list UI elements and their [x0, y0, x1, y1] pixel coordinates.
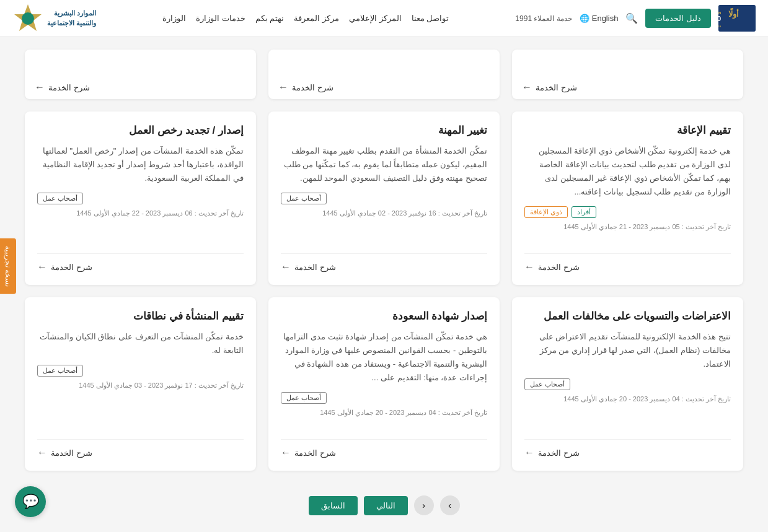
- nav-link-wizara[interactable]: الوزارة: [162, 14, 186, 23]
- navbar-right: الموارد البشرية والتنمية الاجتماعية: [12, 3, 96, 34]
- card-date-isdar-shahada: تاريخ آخر تحديث : 04 ديسمبر 2023 - 20 جم…: [281, 409, 487, 417]
- card-title-isdar-shahada: إصدار شهادة السعودة: [281, 310, 487, 323]
- card-tags-ietiradat: أصحاب عمل: [524, 378, 731, 390]
- navbar-left: VISION 2030 KINGDOM OF SAUDI ARABIA أولً…: [515, 4, 756, 32]
- card-ietiradat: الاعتراضات والتسويات على مخالفات العمل ت…: [512, 297, 743, 471]
- top-partial-cards-row: شرح الخدمة ← شرح الخدمة ← شرح الخدمة ←: [25, 50, 743, 99]
- nav-link-markazmaerifa[interactable]: مركز المعرفة: [294, 14, 339, 23]
- tag-employers-ietiradat: أصحاب عمل: [524, 378, 570, 390]
- customer-service-label: خدمة العملاء 1991: [515, 14, 572, 23]
- ministry-logo-icon: [12, 3, 43, 34]
- card-footer-ietiradat[interactable]: شرح الخدمة ←: [524, 439, 731, 458]
- nav-links: تواصل معنا المركز الإعلامي مركز المعرفة …: [96, 14, 515, 23]
- card-isdar-shahada: إصدار شهادة السعودة هي خدمة تمكّن المنشآ…: [268, 297, 500, 471]
- card-isdar-rukhas: إصدار / تجديد رخص العمل تمكّن هذه الخدمة…: [25, 111, 256, 285]
- partial-card-3: شرح الخدمة ←: [25, 50, 256, 99]
- card-footer-taqyim-nitaqat[interactable]: شرح الخدمة ←: [37, 439, 244, 458]
- language-selector[interactable]: English 🌐: [580, 14, 619, 23]
- card-footer-isdar-rukhas[interactable]: شرح الخدمة ←: [37, 253, 244, 273]
- card-footer-label-isdar-rukhas: شرح الخدمة: [51, 263, 92, 272]
- card-footer-isdar-shahada[interactable]: شرح الخدمة ←: [281, 439, 487, 458]
- guide-button[interactable]: دليل الخدمات: [645, 9, 711, 28]
- partial-arrow-icon-1: ←: [522, 82, 532, 93]
- card-desc-ietiradat: تتيح هذه الخدمة الإلكترونية للمنشآت تقدي…: [524, 330, 731, 371]
- partial-card-footer-2[interactable]: شرح الخدمة ←: [278, 82, 333, 93]
- chat-button[interactable]: 💬: [15, 486, 46, 517]
- arrow-icon-ietiradat: ←: [524, 447, 534, 458]
- tag-individuals: أفراد: [572, 206, 596, 218]
- english-label: English: [592, 14, 619, 23]
- card-title-ietiradat: الاعتراضات والتسويات على مخالفات العمل: [524, 310, 731, 323]
- card-footer-taqyim-iqaqa[interactable]: شرح الخدمة ←: [524, 253, 731, 273]
- arrow-icon-taqyim-iqaqa: ←: [524, 261, 534, 273]
- card-taqyim-iqaqa: تقييم الإعاقة هي خدمة إلكترونية تمكّن ال…: [512, 111, 743, 285]
- card-footer-label-taqyim-nitaqat: شرح الخدمة: [51, 448, 92, 458]
- svg-text:أولًا: أولًا: [728, 7, 739, 19]
- card-footer-label-ietiradat: شرح الخدمة: [538, 448, 580, 458]
- search-icon[interactable]: 🔍: [625, 12, 638, 24]
- partial-card-footer-1[interactable]: شرح الخدمة ←: [522, 82, 577, 93]
- card-title-taghyir-mihna: تغيير المهنة: [281, 124, 487, 137]
- partial-card-footer-label-1: شرح الخدمة: [536, 83, 577, 92]
- navbar: VISION 2030 KINGDOM OF SAUDI ARABIA أولً…: [0, 0, 768, 37]
- partial-arrow-icon-3: ←: [35, 82, 45, 93]
- card-tags-isdar-rukhas: أصحاب عمل: [37, 193, 244, 204]
- card-date-taghyir-mihna: تاريخ آخر تحديث : 16 نوفمبر 2023 - 02 جم…: [281, 209, 487, 217]
- nav-link-markaziilami[interactable]: المركز الإعلامي: [349, 14, 402, 23]
- card-date-taqyim-nitaqat: تاريخ آخر تحديث : 17 نوفمبر 2023 - 03 جم…: [37, 382, 244, 390]
- card-title-taqyim-iqaqa: تقييم الإعاقة: [524, 124, 731, 137]
- partial-card-footer-label-3: شرح الخدمة: [48, 83, 90, 92]
- card-taqyim-nitaqat: تقييم المنشأة في نطاقات خدمة تمكّن المنش…: [25, 297, 256, 471]
- card-desc-taghyir-mihna: تمكّن الخدمة المنشأة من التقدم بطلب تغيي…: [281, 144, 487, 185]
- card-title-taqyim-nitaqat: تقييم المنشأة في نطاقات: [37, 310, 244, 323]
- pagination-next-btn[interactable]: التالي: [364, 496, 408, 515]
- side-tab-beta[interactable]: نسخة تجريبية: [0, 238, 16, 294]
- tag-employers-nitaqat: أصحاب عمل: [37, 365, 83, 377]
- partial-card-footer-3[interactable]: شرح الخدمة ←: [35, 82, 90, 93]
- svg-text:KINGDOM OF SAUDI ARABIA: KINGDOM OF SAUDI ARABIA: [718, 25, 721, 28]
- card-footer-taghyir-mihna[interactable]: شرح الخدمة ←: [281, 253, 487, 273]
- card-desc-taqyim-iqaqa: هي خدمة إلكترونية تمكّن الأشخاص ذوي الإع…: [524, 144, 731, 199]
- tag-employers-taghyir: أصحاب عمل: [281, 193, 327, 204]
- tag-employers-shahada: أصحاب عمل: [281, 392, 327, 404]
- main-content: شرح الخدمة ← شرح الخدمة ← شرح الخدمة ← ت…: [0, 37, 768, 532]
- tag-employers-isdar: أصحاب عمل: [37, 193, 83, 204]
- svg-text:2030: 2030: [718, 15, 721, 22]
- card-desc-isdar-rukhas: تمكّن هذه الخدمة المنشآت من إصدار "رخص ا…: [37, 144, 244, 185]
- card-tags-taghyir-mihna: أصحاب عمل: [281, 193, 487, 204]
- card-taghyir-mihna: تغيير المهنة تمكّن الخدمة المنشأة من الت…: [268, 111, 500, 285]
- partial-arrow-icon-2: ←: [278, 82, 288, 93]
- ministry-logo-text: الموارد البشرية والتنمية الاجتماعية: [47, 9, 96, 28]
- card-footer-label-taghyir-mihna: شرح الخدمة: [294, 263, 336, 272]
- ministry-name-line2: والتنمية الاجتماعية: [47, 19, 96, 28]
- pagination-next-icon[interactable]: ‹: [414, 495, 434, 515]
- arrow-icon-taghyir-mihna: ←: [281, 261, 291, 273]
- card-date-ietiradat: تاريخ آخر تحديث : 04 ديسمبر 2023 - 20 جم…: [524, 395, 731, 403]
- globe-icon: 🌐: [580, 14, 589, 23]
- partial-card-2: شرح الخدمة ←: [268, 50, 500, 99]
- cards-row-2: الاعتراضات والتسويات على مخالفات العمل ت…: [25, 297, 743, 471]
- nav-link-tawasol[interactable]: تواصل معنا: [412, 14, 449, 23]
- partial-card-footer-label-2: شرح الخدمة: [292, 83, 333, 92]
- arrow-icon-isdar-shahada: ←: [281, 447, 291, 458]
- pagination-prev-btn[interactable]: السابق: [309, 496, 358, 515]
- vision-logo-icon: VISION 2030 KINGDOM OF SAUDI ARABIA أولً…: [718, 4, 756, 32]
- arrow-icon-isdar-rukhas: ←: [37, 261, 47, 273]
- card-footer-label-taqyim-iqaqa: شرح الخدمة: [538, 263, 580, 272]
- card-footer-label-isdar-shahada: شرح الخدمة: [294, 448, 336, 458]
- ministry-name-line1: الموارد البشرية: [47, 9, 96, 18]
- nav-link-nahtam[interactable]: نهتم بكم: [255, 14, 285, 23]
- arrow-icon-taqyim-nitaqat: ←: [37, 447, 47, 458]
- card-tags-isdar-shahada: أصحاب عمل: [281, 392, 487, 404]
- card-desc-isdar-shahada: هي خدمة تمكّن المنشآت من إصدار شهادة تثب…: [281, 330, 487, 385]
- card-desc-taqyim-nitaqat: خدمة تمكّن المنشآت من التعرف على نطاق ال…: [37, 330, 244, 357]
- cards-row-1: تقييم الإعاقة هي خدمة إلكترونية تمكّن ال…: [25, 111, 743, 285]
- tag-disability: ذوي الإعاقة: [524, 206, 568, 218]
- card-tags-taqyim-nitaqat: أصحاب عمل: [37, 365, 244, 377]
- partial-card-1: شرح الخدمة ←: [512, 50, 743, 99]
- nav-link-khidamat[interactable]: خدمات الوزارة: [196, 14, 245, 23]
- card-date-taqyim-iqaqa: تاريخ آخر تحديث : 05 ديسمبر 2023 - 21 جم…: [524, 223, 731, 231]
- pagination-prev-icon[interactable]: ›: [440, 495, 460, 515]
- svg-point-6: [22, 12, 34, 25]
- pagination-bar: › ‹ التالي السابق: [25, 483, 743, 521]
